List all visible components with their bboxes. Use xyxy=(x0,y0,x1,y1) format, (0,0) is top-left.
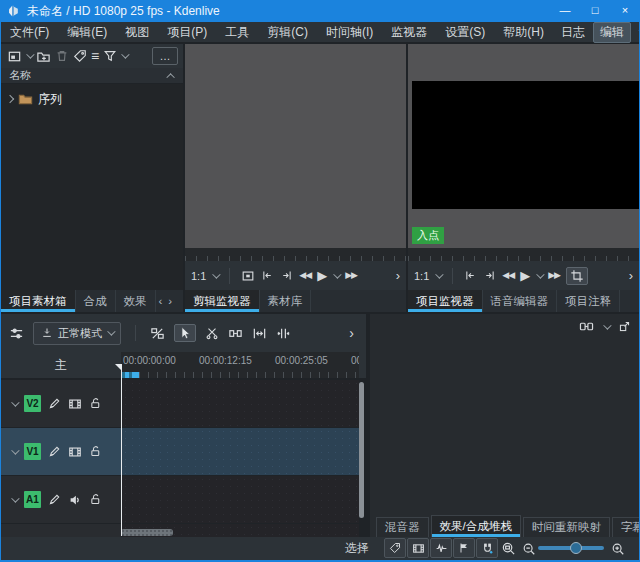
tab-library[interactable]: 素材库 xyxy=(260,290,312,312)
zone-mode-button[interactable] xyxy=(566,267,588,285)
timeline-ruler[interactable]: 00:00:00:00 00:00:12:15 00:00:25:05 00: xyxy=(121,352,359,378)
timeline-vertical-scrollbar[interactable] xyxy=(359,382,364,518)
menu-timeline[interactable]: 时间轴(I) xyxy=(317,22,382,42)
track-header-a1[interactable]: A1 xyxy=(1,476,121,523)
play-dropdown-icon[interactable] xyxy=(333,270,341,278)
track-effects-icon[interactable] xyxy=(48,397,61,410)
project-monitor-display[interactable]: 入点 xyxy=(408,44,639,248)
tab-mixer[interactable]: 混音器 xyxy=(376,517,429,537)
minimize-button[interactable]: — xyxy=(550,0,580,22)
track-badge[interactable]: A1 xyxy=(24,491,41,508)
track-lane-v1[interactable] xyxy=(122,428,359,475)
workspace-editing[interactable]: 编辑 xyxy=(593,22,631,43)
audio-thumbnails-button[interactable] xyxy=(430,538,452,558)
lock-track-icon[interactable] xyxy=(89,445,102,458)
tag-icon[interactable] xyxy=(73,49,87,63)
view-mode-icon[interactable]: ≡ xyxy=(91,49,99,63)
options-dropdown-icon[interactable] xyxy=(603,321,611,329)
hide-video-icon[interactable] xyxy=(68,397,82,411)
maximize-button[interactable]: □ xyxy=(580,0,610,22)
pin-panel-icon[interactable] xyxy=(618,320,631,333)
tab-subtitles[interactable]: 字幕 xyxy=(612,517,640,537)
track-badge[interactable]: V1 xyxy=(24,443,41,460)
zoom-dropdown-icon[interactable] xyxy=(212,270,220,278)
compare-effect-icon[interactable] xyxy=(579,320,594,333)
track-header-v1[interactable]: V1 xyxy=(1,428,121,475)
collapse-track-icon[interactable] xyxy=(11,446,19,454)
toolbar-expand-icon[interactable]: › xyxy=(629,268,633,283)
forward-icon[interactable]: ▶▶ xyxy=(548,271,560,280)
snap-button[interactable] xyxy=(476,538,498,558)
selection-tool-button[interactable] xyxy=(174,324,196,342)
project-monitor-ruler[interactable] xyxy=(408,248,639,261)
tab-scroll-left-icon[interactable]: ‹ xyxy=(156,290,166,312)
tab-scroll-right-icon[interactable]: › xyxy=(165,290,175,312)
menu-project[interactable]: 项目(P) xyxy=(158,22,216,42)
rewind-icon[interactable]: ◀◀ xyxy=(502,271,514,280)
track-effects-icon[interactable] xyxy=(48,493,61,506)
tab-project-bin[interactable]: 项目素材箱 xyxy=(1,290,76,312)
close-button[interactable]: × xyxy=(610,0,640,22)
filter-icon[interactable] xyxy=(103,49,117,63)
menu-tools[interactable]: 工具 xyxy=(216,22,258,42)
clip-monitor-ruler[interactable] xyxy=(185,248,406,261)
mute-track-icon[interactable] xyxy=(68,493,82,507)
forward-icon[interactable]: ▶▶ xyxy=(345,271,357,280)
track-lane-v2[interactable] xyxy=(122,380,359,427)
lock-track-icon[interactable] xyxy=(89,397,102,410)
show-tags-button[interactable] xyxy=(384,538,406,558)
set-out-point-icon[interactable] xyxy=(280,269,293,282)
filter-dropdown-icon[interactable] xyxy=(121,50,129,58)
monitor-overlay-icon[interactable] xyxy=(241,269,255,283)
lock-track-icon[interactable] xyxy=(89,493,102,506)
tab-project-monitor[interactable]: 项目监视器 xyxy=(408,290,483,312)
slip-tool-icon[interactable] xyxy=(276,326,291,341)
set-in-point-icon[interactable] xyxy=(464,269,477,282)
play-icon[interactable]: ▶ xyxy=(317,269,327,282)
collapse-track-icon[interactable] xyxy=(11,398,19,406)
zoom-out-button[interactable] xyxy=(522,542,536,556)
track-lane-a1[interactable] xyxy=(122,476,359,523)
track-badge[interactable]: V2 xyxy=(24,395,41,412)
menu-help[interactable]: 帮助(H) xyxy=(494,22,553,42)
menu-monitor[interactable]: 监视器 xyxy=(382,22,436,42)
set-in-point-icon[interactable] xyxy=(261,269,274,282)
tab-clip-monitor[interactable]: 剪辑监视器 xyxy=(185,290,260,312)
mix-clips-icon[interactable] xyxy=(150,326,165,341)
set-out-point-icon[interactable] xyxy=(483,269,496,282)
tab-speech-editor[interactable]: 语音编辑器 xyxy=(483,290,558,312)
play-icon[interactable]: ▶ xyxy=(520,269,530,282)
hide-video-icon[interactable] xyxy=(68,445,82,459)
playhead-line[interactable] xyxy=(121,366,122,536)
expand-icon[interactable] xyxy=(6,95,14,103)
razor-tool-icon[interactable] xyxy=(205,326,219,340)
edit-mode-dropdown[interactable]: 正常模式 xyxy=(33,322,121,345)
add-clip-icon[interactable] xyxy=(7,49,22,64)
menu-clip[interactable]: 剪辑(C) xyxy=(258,22,317,42)
menu-file[interactable]: 文件(F) xyxy=(1,22,58,42)
clip-monitor-display[interactable] xyxy=(185,44,406,248)
play-dropdown-icon[interactable] xyxy=(536,270,544,278)
playhead-marker[interactable] xyxy=(115,364,122,371)
zoom-slider-handle[interactable] xyxy=(570,542,582,554)
toolbar-expand-icon[interactable]: › xyxy=(396,268,400,283)
master-track-button[interactable]: 主 xyxy=(1,352,121,378)
create-folder-icon[interactable] xyxy=(36,49,51,64)
timeline-zone-bar[interactable] xyxy=(122,372,139,378)
spacer-tool-icon[interactable] xyxy=(228,326,243,341)
zoom-dropdown-icon[interactable] xyxy=(435,270,443,278)
track-header-a2[interactable]: A2 xyxy=(1,524,121,537)
tab-time-remap[interactable]: 时间重新映射 xyxy=(523,517,610,537)
clip-monitor-zoom-level[interactable]: 1:1 xyxy=(191,270,206,282)
timeline-horizontal-scrollbar[interactable] xyxy=(121,529,173,536)
project-monitor-zoom-level[interactable]: 1:1 xyxy=(414,270,429,282)
tab-effects[interactable]: 效果 xyxy=(116,290,156,312)
show-markers-button[interactable] xyxy=(453,538,475,558)
workspace-logging[interactable]: 日志 xyxy=(555,23,591,42)
toolbar-overflow-button[interactable]: … xyxy=(152,47,178,65)
video-thumbnails-button[interactable] xyxy=(407,538,429,558)
zoom-fit-button[interactable] xyxy=(501,541,516,556)
bin-name-column-header[interactable]: 名称 xyxy=(1,68,183,84)
menu-edit[interactable]: 编辑(E) xyxy=(58,22,116,42)
tab-effect-stack[interactable]: 效果/合成堆栈 xyxy=(431,515,521,537)
